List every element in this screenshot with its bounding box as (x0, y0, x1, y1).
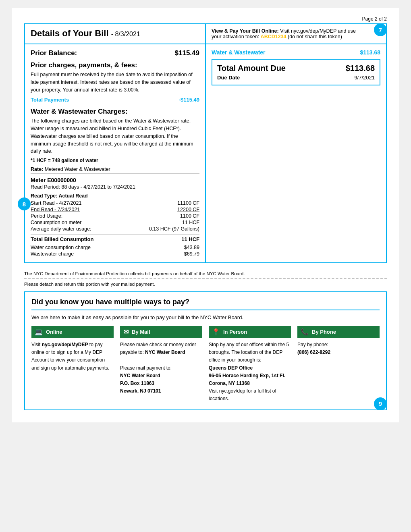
ww-charges-heading: Water & Wastewater Charges: (31, 108, 199, 116)
avg-daily-row: Average daily water usage: 0.13 HCF (97 … (31, 226, 199, 232)
page-title: Details of Your Bill - 8/3/2021 (31, 28, 199, 39)
water-charge-row: Water consumption charge $43.89 (31, 245, 199, 250)
payment-intro: We are here to make it as easy as possib… (31, 314, 380, 320)
payment-heading: Did you know you have multiple ways to p… (31, 298, 380, 310)
read-period: Read Period: 88 days - 4/27/2021 to 7/24… (31, 184, 199, 190)
online-label: Online (46, 329, 62, 335)
in-person-label: In Person (223, 329, 247, 335)
page-number: Page 2 of 2 (24, 16, 387, 22)
online-method-header: 💻 Online (31, 326, 114, 338)
payment-method-phone: 📞 By Phone Pay by phone:(866) 622-8292 (297, 326, 380, 403)
footer-note: The NYC Department of Environmental Prot… (24, 271, 387, 276)
wastewater-charge-row: Wastewater charge $69.79 (31, 251, 199, 257)
consumption-row: Consumption on meter 11 HCF (31, 220, 199, 225)
prior-balance-amount: $115.49 (175, 49, 199, 57)
total-billed-row: Total Billed Consumption 11 HCF (31, 234, 199, 242)
total-due-section: Total Amount Due $113.68 Due Date 9/7/20… (212, 59, 380, 85)
online-body: Visit nyc.gov/dep/MyDEP to pay online or… (31, 341, 114, 372)
mail-body: Please make check or money order payable… (120, 341, 202, 395)
prior-balance-label: Prior Balance: (31, 49, 77, 57)
online-pay-info: View & Pay Your Bill Online: Visit nyc.g… (212, 28, 380, 39)
period-usage-row: Period Usage: 1100 CF (31, 213, 199, 219)
ww-summary-label: Water & Wastewater (212, 49, 266, 56)
meter-heading: Meter E00000000 (31, 177, 199, 183)
step-9-badge: 9 (374, 397, 387, 410)
activation-token: ABCD1234 (261, 34, 286, 39)
due-date-value: 9/7/2021 (354, 75, 375, 81)
payment-method-mail: ✉ By Mail Please make check or money ord… (120, 326, 202, 403)
dashed-divider (24, 278, 387, 279)
payment-method-in-person: 📍 In Person Stop by any of our offices w… (209, 326, 291, 403)
rate-row: Rate: Metered Water & Wastewater (31, 165, 199, 174)
total-payments-label: Total Payments (31, 97, 69, 103)
phone-icon: 📞 (301, 328, 309, 336)
phone-body: Pay by phone:(866) 622-8292 (297, 341, 380, 356)
end-read-row: End Read - 7/24/2021 12200 CF (31, 207, 199, 212)
total-due-label: Total Amount Due (217, 64, 286, 73)
ww-charges-text: The following charges are billed based o… (31, 117, 199, 155)
hcf-note: *1 HCF = 748 gallons of water (31, 158, 199, 163)
in-person-body: Stop by any of our offices within the 5 … (209, 341, 291, 403)
phone-method-header: 📞 By Phone (297, 326, 380, 338)
in-person-method-header: 📍 In Person (209, 326, 291, 338)
location-icon: 📍 (212, 328, 220, 336)
due-date-label: Due Date (217, 75, 240, 81)
online-icon: 💻 (35, 328, 43, 336)
total-payments-amount: -$115.49 (179, 97, 199, 103)
payment-section: Did you know you have multiple ways to p… (24, 291, 387, 410)
step-7-badge: 7 (374, 23, 387, 36)
mail-icon: ✉ (123, 328, 129, 336)
mail-method-header: ✉ By Mail (120, 326, 202, 338)
total-due-amount: $113.68 (346, 64, 375, 73)
phone-label: By Phone (312, 329, 336, 335)
step-8-badge: 8 (18, 197, 31, 210)
payment-methods: 💻 Online Visit nyc.gov/dep/MyDEP to pay … (31, 326, 380, 403)
prior-charges-text: Full payment must be received by the due… (31, 71, 199, 94)
payment-method-online: 💻 Online Visit nyc.gov/dep/MyDEP to pay … (31, 326, 114, 403)
mail-label: By Mail (132, 329, 150, 335)
prior-charges-heading: Prior charges, payments, & fees: (31, 61, 199, 69)
detach-note: Please detach and return this portion wi… (24, 282, 387, 287)
start-read-row: Start Read - 4/27/2021 11100 CF (31, 200, 199, 206)
ww-summary-amount: $113.68 (360, 49, 380, 56)
read-type: Read Type: Actual Read (31, 193, 199, 199)
